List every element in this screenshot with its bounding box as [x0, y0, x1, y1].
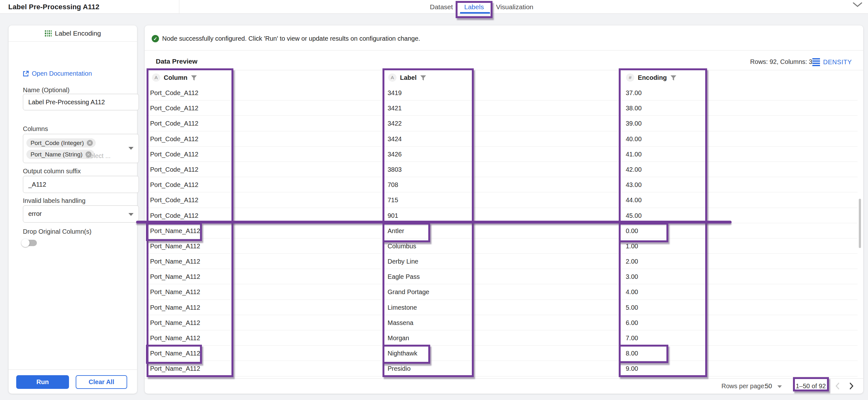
table-cell: 41.00	[626, 147, 642, 162]
filter-icon[interactable]	[191, 75, 197, 81]
table-cell: 3426	[388, 147, 402, 162]
clear-all-button[interactable]: Clear All	[76, 375, 127, 389]
chevron-down-icon[interactable]	[853, 2, 862, 7]
table-row: Port_Name_A112Massena6.00	[146, 315, 858, 330]
table-cell: Limestone	[388, 300, 417, 315]
tab-labels[interactable]: Labels	[464, 3, 484, 11]
suffix-field-label: Output column suffix	[23, 167, 81, 175]
rows-per-page-caret-icon[interactable]	[777, 386, 782, 388]
column-header-encoding[interactable]: # Encoding	[626, 70, 677, 85]
column-chip: Port_Code (Integer)✕	[26, 138, 96, 148]
table-cell: Port_Name_A112	[150, 223, 200, 239]
table-cell: 7.00	[626, 330, 638, 346]
node-grid-icon	[45, 30, 52, 37]
columns-dropdown-caret-icon[interactable]	[128, 147, 133, 150]
pagination-bar: Rows per page: 50 1–50 of 92	[145, 378, 863, 394]
table-cell: Port_Name_A112	[150, 300, 200, 315]
table-cell: 4.00	[626, 284, 638, 300]
column-header-column[interactable]: A Column	[152, 70, 197, 85]
string-type-icon: A	[152, 73, 160, 82]
table-cell: 1.00	[626, 239, 638, 254]
columns-multiselect[interactable]: Port_Code (Integer)✕Port_Name (String)✕ …	[23, 134, 139, 163]
name-input[interactable]	[23, 94, 139, 110]
table-cell: 42.00	[626, 162, 642, 177]
table-row: Port_Code_A112380342.00	[146, 162, 858, 177]
drop-original-label: Drop Original Column(s)	[23, 228, 92, 235]
columns-field-label: Columns	[23, 125, 48, 132]
table-cell: Port_Name_A112	[150, 269, 200, 284]
filter-icon[interactable]	[670, 75, 677, 81]
chip-remove-icon[interactable]: ✕	[87, 140, 93, 146]
table-cell: 715	[388, 192, 398, 208]
table-cell: 43.00	[626, 177, 642, 192]
table-cell: Massena	[388, 315, 413, 330]
toggle-knob	[21, 239, 30, 247]
density-label: DENSITY	[823, 59, 852, 66]
chip-label: Port_Code (Integer)	[31, 140, 84, 147]
number-type-icon: #	[626, 73, 634, 82]
table-cell: 44.00	[626, 192, 642, 208]
suffix-input[interactable]	[23, 176, 139, 193]
table-cell: Grand Portage	[388, 284, 429, 300]
table-cell: Derby Line	[388, 254, 418, 269]
column-header-label[interactable]: A Label	[388, 70, 426, 85]
config-panel: Label Encoding Open Documentation Name (…	[8, 25, 137, 394]
divider	[145, 50, 863, 51]
name-field-label: Name (Optional)	[23, 87, 70, 94]
table-row: Port_Name_A112Antler0.00	[146, 223, 858, 239]
invalid-labels-caret-icon	[128, 213, 133, 216]
pagination-range: 1–50 of 92	[793, 382, 829, 390]
vertical-scrollbar-thumb[interactable]	[859, 199, 861, 248]
filter-icon[interactable]	[420, 75, 426, 81]
table-cell: Eagle Pass	[388, 269, 420, 284]
table-cell: Antler	[388, 223, 404, 239]
string-type-icon: A	[388, 73, 397, 82]
rows-per-page-value[interactable]: 50	[765, 382, 772, 390]
table-row: Port_Code_A112341937.00	[146, 85, 858, 100]
density-icon	[812, 58, 820, 66]
table-row: Port_Code_A11270843.00	[146, 177, 858, 192]
columns-select-placeholder: Select ...	[86, 152, 111, 160]
table-cell: 37.00	[626, 85, 642, 100]
invalid-labels-select[interactable]: error	[23, 206, 139, 222]
results-panel: ✓ Node successfully configured. Click 'R…	[145, 25, 863, 394]
table-cell: 708	[388, 177, 398, 192]
status-row: ✓ Node successfully configured. Click 'R…	[152, 35, 420, 42]
table-cell: Port_Name_A112	[150, 330, 200, 346]
panel-footer: Run Clear All	[8, 369, 137, 394]
table-cell: Port_Name_A112	[150, 315, 200, 330]
table-cell: 901	[388, 208, 398, 223]
table-cell: Port_Name_A112	[150, 239, 200, 254]
table-row: Port_Code_A11290145.00	[146, 208, 858, 223]
previous-page-icon[interactable]	[835, 382, 840, 390]
table-cell: Port_Code_A112	[150, 100, 198, 116]
table-cell: 3424	[388, 131, 402, 147]
open-documentation-label: Open Documentation	[32, 70, 92, 77]
table-cell: 3.00	[626, 269, 638, 284]
table-cell: Nighthawk	[388, 346, 417, 361]
table-cell: 2.00	[626, 254, 638, 269]
tab-dataset[interactable]: Dataset	[430, 3, 453, 11]
next-page-icon[interactable]	[849, 382, 854, 390]
column-chip: Port_Name (String)✕	[26, 150, 94, 159]
table-cell: Port_Code_A112	[150, 116, 198, 131]
table-row: Port_Code_A112342440.00	[146, 131, 858, 147]
run-button[interactable]: Run	[16, 375, 69, 389]
tab-visualization[interactable]: Visualization	[496, 3, 533, 11]
invalid-labels-value: error	[28, 210, 42, 217]
open-documentation-link[interactable]: Open Documentation	[23, 70, 92, 77]
table-cell: 9.00	[626, 361, 638, 376]
drop-original-toggle[interactable]	[22, 240, 37, 246]
table-cell: 3422	[388, 116, 402, 131]
table-cell: Port_Code_A112	[150, 147, 198, 162]
table-cell: 3803	[388, 162, 402, 177]
table-cell: Morgan	[388, 330, 409, 346]
table-header: A Column A Label # Encoding	[146, 70, 858, 85]
table-cell: 45.00	[626, 208, 642, 223]
top-bar: Label Pre-Processing A112 Dataset Labels…	[0, 0, 868, 14]
page-title: Label Pre-Processing A112	[8, 3, 99, 11]
topbar-divider	[179, 0, 179, 13]
external-link-icon	[23, 70, 29, 76]
density-toggle[interactable]: DENSITY	[812, 58, 852, 66]
table-row: Port_Name_A112Nighthawk8.00	[146, 346, 858, 361]
